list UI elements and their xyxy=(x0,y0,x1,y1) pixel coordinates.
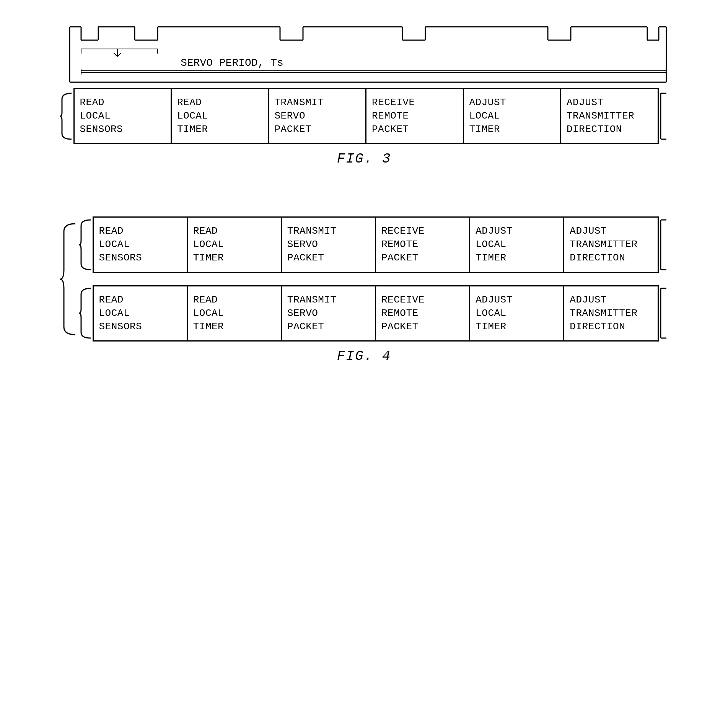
fig4-task-box-row1: READ LOCAL SENSORS READ LOCAL TIMER TRAN… xyxy=(93,216,659,273)
fig4-row1: READ LOCAL SENSORS READ LOCAL TIMER TRAN… xyxy=(77,216,670,273)
cell-receive-remote-packet-r2: RECEIVE REMOTE PACKET xyxy=(376,286,470,340)
fig3-left-brace xyxy=(58,88,73,144)
cell-receive-remote-packet-1: RECEIVE REMOTE PACKET xyxy=(366,89,464,143)
fig4-row-gap xyxy=(77,273,670,285)
cell-receive-remote-packet-r1: RECEIVE REMOTE PACKET xyxy=(376,218,470,272)
cell-adjust-local-timer-r1: ADJUST LOCAL TIMER xyxy=(470,218,564,272)
fig4-outer-brace xyxy=(58,216,77,342)
fig4-row2-right-bracket xyxy=(659,285,670,342)
cell-adjust-transmitter-direction-r2: ADJUST TRANSMITTER DIRECTION xyxy=(564,286,657,340)
task-label-receive-remote-packet-1: RECEIVE REMOTE PACKET xyxy=(372,96,415,136)
cell-read-local-timer-r2: READ LOCAL TIMER xyxy=(188,286,282,340)
timing-diagram: SERVO PERIOD, Ts xyxy=(58,23,670,84)
cell-read-local-timer-r1: READ LOCAL TIMER xyxy=(188,218,282,272)
fig4-wrapper: READ LOCAL SENSORS READ LOCAL TIMER TRAN… xyxy=(58,216,670,368)
task-label-r1-5: ADJUST TRANSMITTER DIRECTION xyxy=(570,224,637,265)
fig3-wrapper: SERVO PERIOD, Ts READ LOCAL SENSORS xyxy=(58,23,670,171)
task-label-read-local-timer-1: READ LOCAL TIMER xyxy=(177,96,208,136)
cell-adjust-local-timer-1: ADJUST LOCAL TIMER xyxy=(464,89,562,143)
svg-line-32 xyxy=(114,53,117,57)
cell-read-local-sensors-r1: READ LOCAL SENSORS xyxy=(94,218,188,272)
task-label-r2-0: READ LOCAL SENSORS xyxy=(99,293,142,333)
task-label-r1-3: RECEIVE REMOTE PACKET xyxy=(381,224,425,265)
cell-transmit-servo-packet-r2: TRANSMIT SERVO PACKET xyxy=(282,286,376,340)
fig3-task-row: READ LOCAL SENSORS READ LOCAL TIMER TRAN… xyxy=(58,88,670,144)
task-label-transmit-servo-packet-1: TRANSMIT SERVO PACKET xyxy=(275,96,324,136)
cell-adjust-transmitter-direction-r1: ADJUST TRANSMITTER DIRECTION xyxy=(564,218,657,272)
fig3-task-box: READ LOCAL SENSORS READ LOCAL TIMER TRAN… xyxy=(73,88,659,144)
task-label-r1-0: READ LOCAL SENSORS xyxy=(99,224,142,265)
task-label-r1-4: ADJUST LOCAL TIMER xyxy=(476,224,513,265)
fig4-content: READ LOCAL SENSORS READ LOCAL TIMER TRAN… xyxy=(58,216,670,342)
cell-transmit-servo-packet-r1: TRANSMIT SERVO PACKET xyxy=(282,218,376,272)
fig4-row2-left-brace xyxy=(77,285,93,342)
fig3-caption: FIG. 3 xyxy=(58,151,670,167)
task-label-r1-1: READ LOCAL TIMER xyxy=(193,224,224,265)
task-label-adjust-transmitter-direction-1: ADJUST TRANSMITTER DIRECTION xyxy=(567,96,634,136)
svg-text:SERVO PERIOD, Ts: SERVO PERIOD, Ts xyxy=(181,57,283,69)
task-label-r2-1: READ LOCAL TIMER xyxy=(193,293,224,333)
fig4-caption: FIG. 4 xyxy=(58,348,670,364)
fig4-row1-left-brace xyxy=(77,216,93,273)
fig4-rows-col: READ LOCAL SENSORS READ LOCAL TIMER TRAN… xyxy=(77,216,670,342)
task-label-r2-4: ADJUST LOCAL TIMER xyxy=(476,293,513,333)
cell-adjust-local-timer-r2: ADJUST LOCAL TIMER xyxy=(470,286,564,340)
cell-transmit-servo-packet-1: TRANSMIT SERVO PACKET xyxy=(269,89,367,143)
task-label-r2-5: ADJUST TRANSMITTER DIRECTION xyxy=(570,293,637,333)
task-label-r2-2: TRANSMIT SERVO PACKET xyxy=(287,293,337,333)
fig4-row1-right-bracket xyxy=(659,216,670,273)
fig4-row2: READ LOCAL SENSORS READ LOCAL TIMER TRAN… xyxy=(77,285,670,342)
cell-read-local-timer-1: READ LOCAL TIMER xyxy=(172,89,269,143)
cell-adjust-transmitter-direction-1: ADJUST TRANSMITTER DIRECTION xyxy=(561,89,658,143)
task-label-adjust-local-timer-1: ADJUST LOCAL TIMER xyxy=(469,96,507,136)
cell-read-local-sensors-r2: READ LOCAL SENSORS xyxy=(94,286,188,340)
svg-line-33 xyxy=(117,53,121,57)
task-label-read-local-sensors-1: READ LOCAL SENSORS xyxy=(80,96,123,136)
fig3-right-bracket xyxy=(659,88,670,144)
cell-read-local-sensors-1: READ LOCAL SENSORS xyxy=(75,89,172,143)
task-label-r2-3: RECEIVE REMOTE PACKET xyxy=(381,293,425,333)
task-label-r1-2: TRANSMIT SERVO PACKET xyxy=(287,224,337,265)
page-content: SERVO PERIOD, Ts READ LOCAL SENSORS xyxy=(23,15,705,368)
fig4-task-box-row2: READ LOCAL SENSORS READ LOCAL TIMER TRAN… xyxy=(93,285,659,342)
